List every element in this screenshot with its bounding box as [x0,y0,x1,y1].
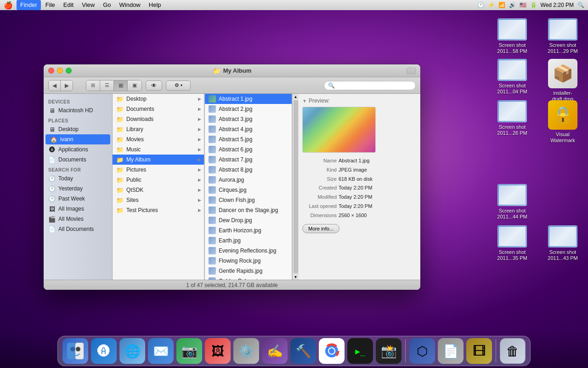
file-item-desktop[interactable]: 📁 Desktop [113,94,204,104]
menubar-finder[interactable]: Finder [17,0,41,10]
file-list-item-earth[interactable]: Earth.jpg [205,236,292,246]
minimize-button[interactable] [57,68,63,74]
file-list-item-abstract8[interactable]: Abstract 8.jpg [205,165,292,175]
file-item-music[interactable]: 📁 Music [113,144,204,155]
sidebar-item-all-docs[interactable]: 📄 All Documents [44,224,112,234]
search-input[interactable] [337,82,406,89]
file-list-item-abstract5[interactable]: Abstract 5.jpg [205,134,292,144]
file-list-item-abstract7[interactable]: Abstract 7.jpg [205,155,292,165]
quick-look-button[interactable]: 👁 [146,80,162,91]
sidebar-item-all-movies[interactable]: 🎬 All Movies [44,214,112,224]
dock-item-preview[interactable]: 🖼 [205,338,231,364]
file-list-item-aurora[interactable]: Aurora.jpg [205,175,292,185]
view-icon-btn[interactable]: ⊞ [86,80,100,91]
desktop-icon-dmg[interactable]: 📦 installer-draft.dmg [544,59,581,102]
icon-img-ss5 [498,184,527,206]
dock-item-finder[interactable] [62,338,88,364]
desktop-icon-ss3[interactable]: Screen shot2011...04 PM [494,59,531,95]
file-list-item-gentlerapids[interactable]: Gentle Rapids.jpg [205,266,292,276]
menubar-help[interactable]: Help [145,0,165,10]
dock-item-iphoto[interactable]: 📷 [176,338,202,364]
view-column-btn[interactable]: ▦ [114,80,128,91]
file-list-item-clownfish[interactable]: Clown Fish.jpg [205,195,292,205]
file-list-item-abstract4[interactable]: Abstract 4.jpg [205,124,292,134]
file-list-item-earthhorizon[interactable]: Earth Horizon.jpg [205,225,292,236]
file-list-item-evening[interactable]: Evening Reflections.jpg [205,246,292,256]
close-button[interactable] [48,68,54,74]
bluetooth-icon: ⚡ [488,2,495,8]
file-item-library[interactable]: 📁 Library [113,124,204,134]
file-item-documents[interactable]: 📁 Documents [113,104,204,114]
file-list-item-goldenpalace[interactable]: Golden Palace.jpg [205,276,292,280]
scroll-down-arrow[interactable]: ▼ [294,275,298,279]
file-list-item-dewdrop[interactable]: Dew Drop.jpg [205,215,292,225]
forward-button[interactable]: ▶ [61,80,73,91]
file-list-scrollbar[interactable]: ▲ ▼ [292,94,299,280]
sidebar-item-desktop[interactable]: 🖥 Desktop [44,124,112,134]
file-list-item-abstract1[interactable]: Abstract 1.jpg [205,94,292,104]
search-icon[interactable]: 🔍 [577,2,584,8]
dock-item-terminal[interactable]: ▶_ [347,338,373,364]
file-item-downloads[interactable]: 📁 Downloads [113,114,204,124]
sidebar-item-applications[interactable]: 🅐 Applications [44,144,112,155]
dock-item-chrome[interactable] [319,338,345,364]
menubar-edit[interactable]: Edit [60,0,77,10]
dock-item-mail[interactable]: ✉️ [148,338,174,364]
file-item-public[interactable]: 📁 Public [113,175,204,185]
scroll-up-arrow[interactable]: ▲ [294,95,298,98]
file-item-myalbum[interactable]: 📁 My Album [113,155,204,165]
desktop-icon-ss1[interactable]: Screen shot2011...58 PM [494,18,531,54]
sidebar-item-past-week[interactable]: 🕐 Past Week [44,194,112,204]
back-button[interactable]: ◀ [49,80,61,91]
file-item-testpictures[interactable]: 📁 Test Pictures [113,205,204,215]
datetime: Wed 2:20 PM [541,2,574,8]
file-list-item-flowingrock[interactable]: Flowing Rock.jpg [205,256,292,266]
sidebar-item-yesterday[interactable]: 🕐 Yesterday [44,184,112,194]
file-item-sites[interactable]: 📁 Sites [113,195,204,205]
scroll-thumb[interactable] [294,100,298,273]
menubar-file[interactable]: File [42,0,59,10]
file-list-item-abstract2[interactable]: Abstract 2.jpg [205,104,292,114]
apple-menu[interactable]: 🍎 [4,1,13,10]
more-info-button[interactable]: More info... [302,224,339,233]
maximize-button[interactable] [66,68,72,74]
search-box[interactable]: 🔍 [324,81,416,90]
preview-row-lastopened: Last opened Today 2:20 PM [302,202,417,211]
desktop-icon-ss5[interactable]: Screen shot2011...44 PM [494,184,531,220]
file-list-item-dancer[interactable]: Dancer on the Stage.jpg [205,205,292,215]
sidebar-item-all-images[interactable]: 🖼 All Images [44,204,112,214]
dock-item-sysprefs[interactable]: ⚙️ [233,338,259,364]
file-item-pictures[interactable]: 📁 Pictures [113,165,204,175]
file-item-qtsdk[interactable]: 📁 QtSDK [113,185,204,195]
desktop-icon-watermark[interactable]: 🔒 VisualWatermark [544,100,581,144]
icon-label-ss7: Screen shot2011...43 PM [548,249,577,261]
dock-item-applibrary[interactable]: ⬡ [409,338,435,364]
dock-item-files[interactable]: 📄 [438,338,464,364]
sidebar-item-macintosh-hd[interactable]: 🖥 Macintosh HD [44,105,112,115]
sidebar-item-ivann[interactable]: 🏠 ivann [45,134,110,144]
view-list-btn[interactable]: ☰ [100,80,114,91]
dock-item-safari[interactable]: 🌐 [119,338,145,364]
menubar-go[interactable]: Go [99,0,114,10]
menubar-window[interactable]: Window [116,0,144,10]
menubar-view[interactable]: View [78,0,98,10]
sidebar-item-documents[interactable]: 📄 Documents [44,155,112,165]
dock-item-scripteditor[interactable]: ✍️ [262,338,288,364]
view-cover-btn[interactable]: ▣ [128,80,141,91]
dock-item-trash[interactable]: 🗑 [500,338,526,364]
desktop-icon-ss2[interactable]: Screen shot2011...29 PM [544,18,581,54]
dock-item-photos[interactable]: 🎞 [466,338,492,364]
dock-item-camera[interactable]: 📸 [376,338,401,364]
dock-item-appstore[interactable]: 🅐 [91,338,117,364]
dock-item-xcode[interactable]: 🔨 [290,338,316,364]
desktop-icon-ss6[interactable]: Screen shot2011...35 PM [494,225,531,261]
sidebar-item-today[interactable]: 🕐 Today [44,173,112,184]
resize-widget[interactable] [407,68,416,74]
file-list-item-cirques[interactable]: Cirques.jpg [205,185,292,195]
file-list-item-abstract3[interactable]: Abstract 3.jpg [205,114,292,124]
desktop-icon-ss7[interactable]: Screen shot2011...43 PM [544,225,581,261]
action-button[interactable]: ⚙ ▾ [166,80,191,91]
desktop-icon-ss4[interactable]: Screen shot2011...26 PM [494,100,531,136]
file-item-movies[interactable]: 📁 Movies [113,134,204,144]
file-list-item-abstract6[interactable]: Abstract 6.jpg [205,144,292,155]
